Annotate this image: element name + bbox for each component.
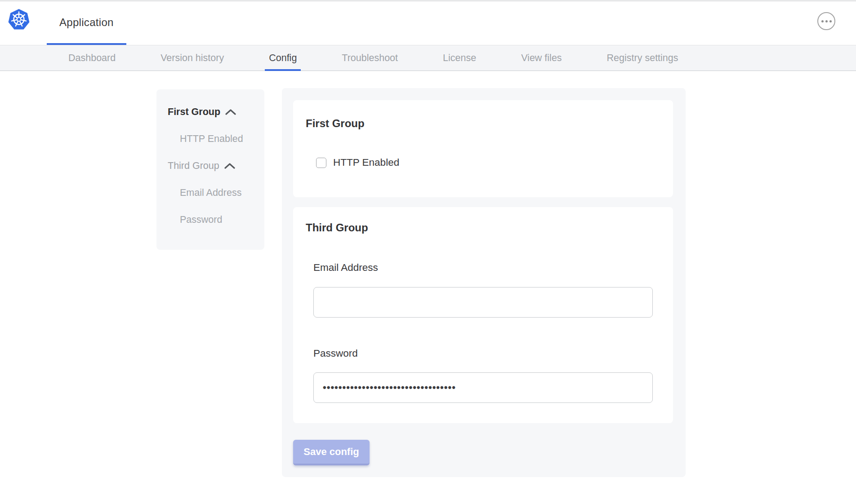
http-enabled-checkbox[interactable] bbox=[316, 158, 326, 168]
app-header: Application bbox=[0, 1, 856, 45]
password-input[interactable] bbox=[313, 372, 653, 403]
tab-troubleshoot[interactable]: Troubleshoot bbox=[342, 45, 398, 71]
sidebar-item-http-enabled[interactable]: HTTP Enabled bbox=[156, 125, 264, 152]
tab-application[interactable]: Application bbox=[47, 1, 126, 45]
sidebar-item-label: HTTP Enabled bbox=[180, 133, 243, 145]
tab-license[interactable]: License bbox=[443, 45, 476, 71]
config-group-card-third: Third Group Email Address Password bbox=[293, 207, 673, 423]
kubernetes-logo-icon bbox=[8, 9, 30, 31]
config-page: First Group HTTP Enabled Third Group Ema… bbox=[0, 71, 856, 504]
chevron-up-icon bbox=[225, 109, 236, 115]
app-navbar: Dashboard Version history Config Trouble… bbox=[0, 45, 856, 71]
sidebar-item-password[interactable]: Password bbox=[156, 206, 264, 233]
tab-view-files[interactable]: View files bbox=[521, 45, 562, 71]
tab-version-history[interactable]: Version history bbox=[160, 45, 224, 71]
tab-config[interactable]: Config bbox=[269, 45, 297, 71]
sidebar-item-label: First Group bbox=[168, 106, 220, 118]
ellipsis-icon bbox=[829, 20, 832, 22]
app-tab-label: Application bbox=[59, 16, 114, 29]
sidebar-item-email-address[interactable]: Email Address bbox=[156, 179, 264, 206]
sidebar-item-label: Third Group bbox=[168, 160, 219, 172]
overflow-menu-button[interactable] bbox=[817, 12, 835, 30]
sidebar-item-first-group[interactable]: First Group bbox=[156, 98, 264, 125]
ellipsis-icon bbox=[821, 20, 824, 22]
tab-registry-settings[interactable]: Registry settings bbox=[607, 45, 678, 71]
group-title: Third Group bbox=[306, 221, 368, 234]
sidebar-item-label: Password bbox=[180, 214, 222, 225]
config-group-card-first: First Group HTTP Enabled bbox=[293, 100, 673, 197]
config-panel: First Group HTTP Enabled Third Group Ema… bbox=[282, 88, 686, 477]
chevron-up-icon bbox=[224, 163, 236, 169]
config-sidebar: First Group HTTP Enabled Third Group Ema… bbox=[156, 89, 264, 250]
http-enabled-row: HTTP Enabled bbox=[316, 157, 399, 168]
save-config-button[interactable]: Save config bbox=[293, 440, 370, 465]
tab-dashboard[interactable]: Dashboard bbox=[68, 45, 116, 71]
password-label: Password bbox=[313, 348, 358, 359]
ellipsis-icon bbox=[825, 20, 828, 22]
group-title: First Group bbox=[306, 117, 365, 130]
email-address-input[interactable] bbox=[313, 287, 653, 318]
sidebar-item-third-group[interactable]: Third Group bbox=[156, 152, 264, 179]
http-enabled-label[interactable]: HTTP Enabled bbox=[333, 157, 399, 168]
sidebar-item-label: Email Address bbox=[180, 187, 241, 199]
email-address-label: Email Address bbox=[313, 262, 378, 274]
